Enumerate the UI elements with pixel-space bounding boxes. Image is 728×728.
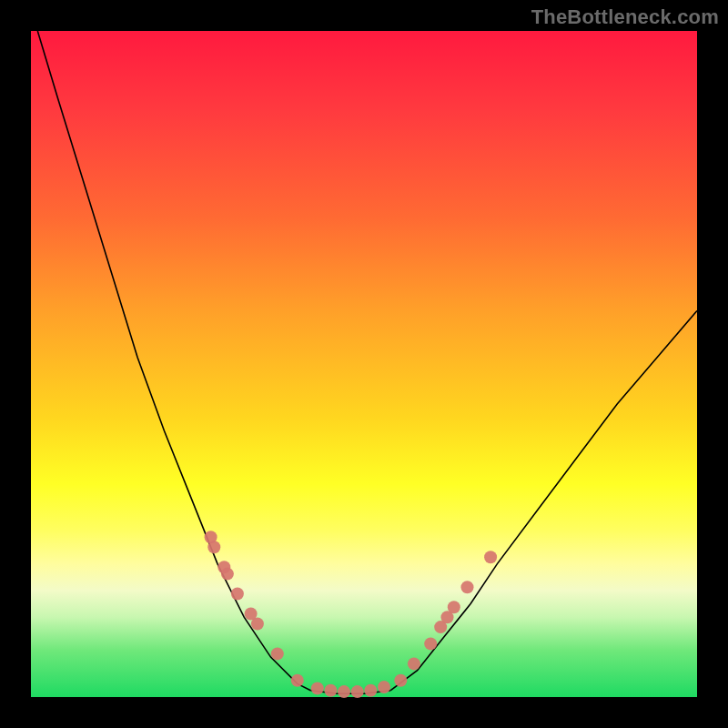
chart-frame: TheBottleneck.com (0, 0, 728, 728)
curve-marker (271, 647, 284, 660)
curve-marker (461, 581, 474, 593)
curve-marker (311, 682, 324, 695)
curve-marker (351, 685, 364, 698)
curve-marker (448, 601, 460, 613)
curve-left-branch (37, 31, 310, 691)
watermark-text: TheBottleneck.com (531, 5, 719, 29)
curve-marker (231, 588, 244, 601)
curve-marker (424, 637, 437, 650)
bottleneck-curve (31, 31, 697, 697)
curve-marker (221, 568, 234, 581)
curve-marker (378, 681, 390, 693)
curve-marker (394, 674, 407, 687)
curve-marker (207, 541, 220, 553)
curve-marker (251, 618, 264, 631)
curve-right-branch (390, 310, 697, 690)
curve-marker (364, 684, 377, 697)
curve-marker (291, 674, 304, 687)
curve-marker (408, 657, 420, 670)
curve-marker (338, 685, 350, 698)
curve-marker (484, 551, 497, 563)
curve-marker (324, 684, 337, 697)
plot-area (31, 31, 697, 697)
curve-markers (205, 531, 497, 698)
